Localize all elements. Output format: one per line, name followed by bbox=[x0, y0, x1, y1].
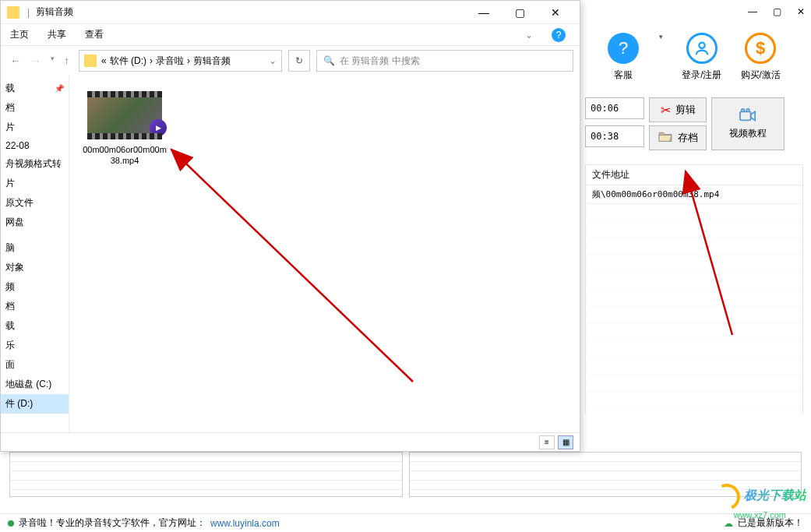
explorer-sidebar: 载📌 档 片 22-08 舟视频格式转 片 原文件 网盘 脑 对象 频 档 载 … bbox=[1, 76, 69, 432]
breadcrumb-part-1[interactable]: 录音啦 bbox=[156, 55, 184, 68]
file-list: 文件地址 频\00m00m06or00m00m38.mp4 bbox=[585, 164, 803, 414]
help-label: 客服 bbox=[608, 69, 639, 82]
folder-icon bbox=[7, 6, 19, 19]
list-empty-rows bbox=[586, 204, 802, 417]
time-end-input[interactable]: 00:38 bbox=[585, 125, 644, 147]
login-label: 登录/注册 bbox=[682, 69, 721, 82]
watermark-logo: 极光下载站 www.xz7.com bbox=[714, 484, 806, 520]
user-icon bbox=[686, 33, 718, 64]
breadcrumb-part-0[interactable]: 软件 (D:) bbox=[110, 55, 146, 68]
explorer-status-bar: ≡ ▦ bbox=[1, 432, 580, 451]
file-item[interactable]: ▶ 00m00m06or00m00m38.mp4 bbox=[82, 91, 167, 167]
sidebar-item[interactable]: 档 bbox=[1, 297, 69, 316]
watermark-swoosh-icon bbox=[710, 480, 744, 514]
sidebar-item[interactable]: 乐 bbox=[1, 336, 69, 355]
bg-close-button[interactable]: ✕ bbox=[797, 6, 805, 17]
folder-open-icon bbox=[658, 130, 673, 146]
chevron-down-icon[interactable]: ⌄ bbox=[525, 30, 533, 41]
nav-back-button[interactable]: ← bbox=[7, 51, 24, 70]
close-button[interactable]: ✕ bbox=[538, 1, 573, 24]
breadcrumb-sep: › bbox=[187, 55, 190, 66]
buy-icon: $ bbox=[745, 33, 776, 64]
minimize-button[interactable]: — bbox=[466, 1, 502, 24]
waveform-area bbox=[0, 452, 811, 497]
sidebar-item-selected[interactable]: 件 (D:) bbox=[1, 394, 69, 414]
sidebar-item[interactable]: 载📌 bbox=[1, 79, 69, 98]
sidebar-item[interactable]: 原文件 bbox=[1, 193, 69, 213]
search-input[interactable]: 🔍 在 剪辑音频 中搜索 bbox=[316, 50, 573, 72]
sidebar-item[interactable]: 22-08 bbox=[1, 137, 69, 154]
view-icons-button[interactable]: ▦ bbox=[558, 435, 573, 449]
explorer-tabs: 主页 共享 查看 ⌄ ? bbox=[1, 24, 580, 46]
tutorial-label: 视频教程 bbox=[729, 127, 767, 140]
nav-forward-button[interactable]: → bbox=[27, 51, 44, 70]
tab-home[interactable]: 主页 bbox=[10, 28, 29, 41]
file-explorer-window: | 剪辑音频 — ▢ ✕ 主页 共享 查看 ⌄ ? ← → ▾ ↑ « 软件 (… bbox=[0, 0, 580, 452]
sidebar-item[interactable]: 舟视频格式转 bbox=[1, 154, 69, 174]
watermark-name: 极光下载站 bbox=[744, 488, 806, 502]
dropdown-caret-icon[interactable]: ▾ bbox=[659, 33, 663, 82]
pin-icon: 📌 bbox=[55, 84, 64, 93]
file-list-row[interactable]: 频\00m00m06or00m00m38.mp4 bbox=[586, 185, 802, 204]
breadcrumb-folder-icon bbox=[84, 55, 97, 67]
app-footer: 录音啦！专业的录音转文字软件，官方网址： www.luyinla.com ☁ 已… bbox=[0, 513, 811, 532]
edit-label: 剪辑 bbox=[675, 103, 696, 117]
breadcrumb-part-2[interactable]: 剪辑音频 bbox=[193, 55, 231, 68]
sidebar-item[interactable]: 档 bbox=[1, 98, 69, 118]
control-area: 00:06 ✂ 剪辑 视频教程 00:38 存档 文件地址 bbox=[577, 97, 811, 414]
breadcrumb[interactable]: « 软件 (D:) › 录音啦 › 剪辑音频 ⌄ bbox=[79, 50, 282, 72]
sidebar-item[interactable]: 频 bbox=[1, 277, 69, 297]
bg-app-titlebar: — ▢ ✕ bbox=[577, 0, 811, 23]
save-label: 存档 bbox=[678, 131, 698, 145]
bg-minimize-button[interactable]: — bbox=[748, 6, 757, 17]
file-list-header: 文件地址 bbox=[586, 165, 802, 185]
tutorial-button[interactable]: 视频教程 bbox=[711, 97, 785, 150]
sidebar-item[interactable]: 载 bbox=[1, 316, 69, 336]
separator: | bbox=[27, 7, 30, 18]
search-placeholder: 在 剪辑音频 中搜索 bbox=[340, 55, 420, 68]
time-start-input[interactable]: 00:06 bbox=[585, 97, 644, 119]
file-area[interactable]: ▶ 00m00m06or00m00m38.mp4 bbox=[69, 76, 580, 432]
camera-icon bbox=[739, 108, 756, 125]
help-icon: ? bbox=[608, 33, 639, 64]
play-overlay-icon: ▶ bbox=[150, 119, 167, 136]
watermark-url: www.xz7.com bbox=[714, 510, 806, 520]
scissors-icon: ✂ bbox=[661, 103, 671, 118]
explorer-title: 剪辑音频 bbox=[36, 5, 73, 19]
sidebar-item[interactable]: 片 bbox=[1, 174, 69, 193]
save-button[interactable]: 存档 bbox=[649, 125, 707, 150]
sidebar-item[interactable]: 地磁盘 (C:) bbox=[1, 375, 69, 394]
edit-button[interactable]: ✂ 剪辑 bbox=[649, 97, 707, 122]
sidebar-item[interactable]: 脑 bbox=[1, 238, 69, 258]
explorer-title-bar: | 剪辑音频 — ▢ ✕ bbox=[1, 1, 580, 24]
file-name-label: 00m00m06or00m00m38.mp4 bbox=[82, 144, 167, 167]
footer-url[interactable]: www.luyinla.com bbox=[210, 518, 280, 529]
svg-rect-1 bbox=[740, 111, 751, 120]
footer-text: 录音啦！专业的录音转文字软件，官方网址： bbox=[19, 516, 206, 530]
bg-maximize-button[interactable]: ▢ bbox=[773, 6, 781, 17]
sidebar-item[interactable]: 网盘 bbox=[1, 213, 69, 232]
view-details-button[interactable]: ≡ bbox=[539, 435, 555, 449]
help-button[interactable]: ? 客服 bbox=[608, 33, 639, 82]
buy-button[interactable]: $ 购买/激活 bbox=[741, 33, 781, 82]
breadcrumb-prefix: « bbox=[101, 55, 107, 66]
address-bar: ← → ▾ ↑ « 软件 (D:) › 录音啦 › 剪辑音频 ⌄ ↻ 🔍 在 剪… bbox=[1, 46, 580, 76]
status-dot-icon bbox=[8, 520, 14, 527]
maximize-button[interactable]: ▢ bbox=[502, 1, 538, 24]
sidebar-item[interactable]: 面 bbox=[1, 355, 69, 375]
search-icon: 🔍 bbox=[323, 55, 335, 66]
sidebar-item[interactable]: 片 bbox=[1, 118, 69, 137]
svg-point-2 bbox=[742, 108, 745, 111]
tab-view[interactable]: 查看 bbox=[85, 28, 104, 41]
svg-point-0 bbox=[699, 43, 704, 48]
refresh-button[interactable]: ↻ bbox=[288, 50, 310, 72]
sidebar-item[interactable]: 对象 bbox=[1, 258, 69, 277]
breadcrumb-dropdown-icon[interactable]: ⌄ bbox=[269, 55, 277, 66]
login-button[interactable]: 登录/注册 bbox=[682, 33, 721, 82]
bg-app-toolbar: ? 客服 ▾ 登录/注册 $ 购买/激活 bbox=[577, 23, 811, 97]
nav-up-button[interactable]: ↑ bbox=[61, 51, 72, 70]
tab-share[interactable]: 共享 bbox=[48, 28, 66, 41]
help-badge-icon[interactable]: ? bbox=[552, 28, 566, 42]
nav-history-button[interactable]: ▾ bbox=[48, 51, 58, 70]
waveform-left[interactable] bbox=[9, 452, 403, 497]
